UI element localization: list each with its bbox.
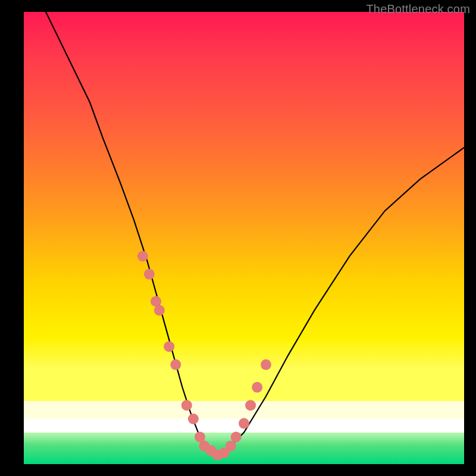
highlighted-dots bbox=[137, 250, 271, 460]
dot bbox=[170, 359, 181, 370]
curve-layer bbox=[24, 12, 464, 464]
dot bbox=[226, 441, 236, 452]
dot bbox=[144, 269, 155, 280]
dot bbox=[164, 341, 174, 352]
dot bbox=[154, 305, 165, 316]
dot bbox=[188, 414, 199, 424]
dot bbox=[239, 418, 249, 429]
bottleneck-curve bbox=[24, 12, 464, 455]
dot bbox=[261, 359, 271, 370]
watermark-text: TheBottleneck.com bbox=[366, 2, 470, 16]
dot bbox=[137, 250, 148, 261]
dot bbox=[231, 431, 242, 442]
dot bbox=[245, 400, 256, 411]
chart-frame: TheBottleneck.com bbox=[0, 0, 476, 476]
dot bbox=[181, 400, 192, 411]
dot bbox=[252, 382, 262, 393]
plot-area bbox=[24, 12, 464, 464]
